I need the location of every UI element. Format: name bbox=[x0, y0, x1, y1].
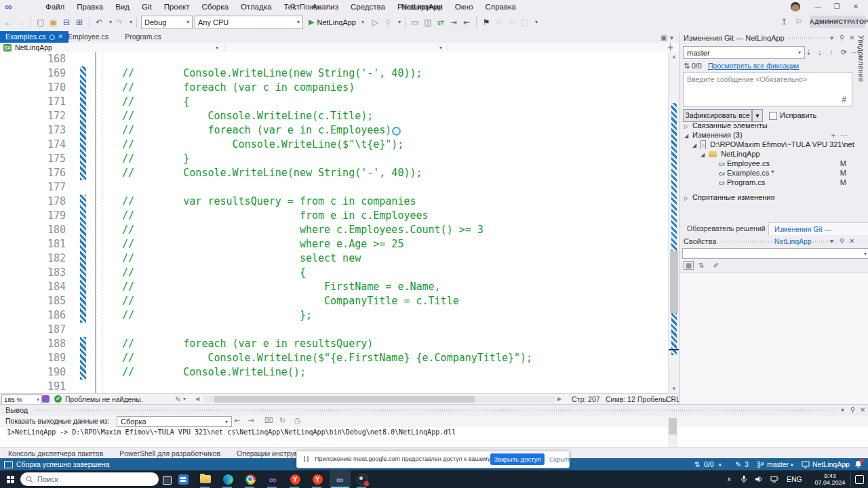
menu-item[interactable]: Отладка bbox=[235, 0, 277, 14]
microphone-icon[interactable] bbox=[741, 475, 747, 485]
pending-edits-icon[interactable]: ✎ bbox=[735, 458, 741, 470]
run-button[interactable]: ▶ NetLinqApp ▾ bbox=[305, 16, 368, 29]
microsoft-store-icon[interactable] bbox=[176, 472, 190, 486]
configuration-combo[interactable]: Debug▾ bbox=[141, 16, 193, 29]
code-line[interactable]: 176// Console.WriteLine(new String('-', … bbox=[0, 166, 667, 180]
scrollbar-thumb[interactable] bbox=[670, 251, 678, 313]
task-view-icon[interactable] bbox=[163, 476, 172, 485]
code-line[interactable]: 179// from e in c.Employees bbox=[0, 209, 667, 223]
platform-combo[interactable]: Any CPU▾ bbox=[195, 16, 303, 29]
scroll-left-icon[interactable]: ◀ bbox=[195, 394, 199, 405]
comment-icon[interactable]: ▭ bbox=[410, 18, 420, 27]
clear-bookmarks-icon[interactable]: ▢ bbox=[519, 18, 530, 27]
expanded-icon[interactable]: ◢ bbox=[690, 141, 698, 149]
collapsed-icon[interactable]: ▷ bbox=[682, 194, 690, 202]
git-panel-dropdown-icon[interactable]: ▾ bbox=[830, 34, 833, 41]
output-pin-icon[interactable]: ⚲ bbox=[850, 406, 855, 413]
code-line[interactable]: 190// Console.WriteLine(); bbox=[0, 365, 667, 380]
menu-item[interactable]: Проект bbox=[158, 0, 196, 14]
problems-status[interactable]: Проблемы не найдены. bbox=[65, 394, 143, 405]
code-line[interactable]: 169// Console.WriteLine(new String('-', … bbox=[0, 66, 667, 81]
changes-more-icon[interactable]: ⋯ bbox=[840, 130, 848, 140]
hscrollbar-thumb[interactable] bbox=[214, 396, 475, 403]
code-line[interactable]: 177 bbox=[0, 180, 667, 195]
code-lines[interactable]: 168169// Console.WriteLine(new String('-… bbox=[0, 52, 667, 393]
issue-number-icon[interactable]: # bbox=[842, 95, 846, 104]
search-box[interactable]: Поиск ▾ bbox=[290, 0, 329, 14]
bookmark-icon[interactable]: ⚑ bbox=[481, 18, 492, 27]
property-pages-icon[interactable]: ✐ bbox=[713, 262, 719, 269]
sync-arrows-icon[interactable]: ⇅ bbox=[694, 458, 701, 470]
next-bookmark-icon[interactable]: ⚐ bbox=[507, 18, 517, 27]
cleanup-dropdown-icon[interactable]: ▾ bbox=[183, 394, 186, 405]
scroll-down-icon[interactable]: ▼ bbox=[669, 386, 679, 392]
scroll-up-icon[interactable]: ▲ bbox=[669, 54, 679, 60]
statusbar-repo[interactable]: NetLinqApp bbox=[812, 458, 850, 470]
code-line[interactable]: 188// foreach (var e in resultsQuery) bbox=[0, 337, 667, 351]
changed-file-row[interactable]: C#Employee.csM bbox=[679, 159, 856, 168]
git-fetch-icon[interactable]: ⇣ bbox=[806, 48, 812, 57]
branch-combo[interactable]: master▾ bbox=[683, 46, 805, 59]
step-out-icon[interactable]: ⇤ bbox=[461, 18, 472, 27]
commit-message-box[interactable]: Введите сообщение <Обязательно> # bbox=[683, 72, 852, 106]
window-layout-icon[interactable]: ◫ bbox=[422, 18, 433, 27]
output-content[interactable]: 1>NetLinqApp -> D:\RPO\Maxim Efimov\~TUL… bbox=[0, 427, 868, 448]
properties-close-icon[interactable]: ✕ bbox=[849, 237, 854, 245]
notifications-bell-icon[interactable] bbox=[854, 460, 862, 470]
output-source-combo[interactable]: Сборка▾ bbox=[117, 416, 232, 427]
code-line[interactable]: 174// Console.WriteLine($"\t{e}"); bbox=[0, 138, 667, 152]
menu-item[interactable]: Вид bbox=[109, 0, 136, 14]
code-line[interactable]: 185// CompanyTitle = c.Title bbox=[0, 294, 667, 308]
share-icon[interactable]: ↥ bbox=[778, 17, 789, 26]
tray-expand-icon[interactable]: ∧ bbox=[727, 470, 732, 488]
action-center-icon[interactable] bbox=[855, 475, 864, 484]
view-all-commits-link[interactable]: Просмотреть все фиксации bbox=[708, 62, 799, 70]
code-cleanup-icon[interactable]: ✎ bbox=[175, 394, 181, 405]
undo-icon[interactable]: ↶ bbox=[94, 18, 104, 27]
properties-pin-icon[interactable]: ⚲ bbox=[840, 237, 844, 245]
expanded-icon[interactable]: ◢ bbox=[682, 131, 690, 140]
navigate-forward-icon[interactable]: → bbox=[16, 18, 26, 27]
categorized-icon[interactable]: ▦ bbox=[684, 261, 694, 270]
panel-tab[interactable]: Изменения Git — NetLinqApp bbox=[768, 222, 868, 235]
save-icon[interactable]: ⊟ bbox=[61, 18, 72, 27]
goto-previous-message-icon[interactable]: ⇤ bbox=[234, 416, 240, 425]
live-share-icon[interactable] bbox=[42, 395, 50, 403]
pin-icon[interactable] bbox=[50, 35, 55, 40]
project-dropdown-icon[interactable]: ▾ bbox=[216, 43, 218, 53]
history-icon[interactable]: ◷ bbox=[294, 416, 301, 425]
menu-item[interactable]: Справка bbox=[479, 0, 522, 14]
navigate-back-icon[interactable]: ← bbox=[3, 18, 14, 27]
open-folder-icon[interactable]: ▣ bbox=[48, 18, 59, 27]
goto-next-message-icon[interactable]: ⇥ bbox=[248, 416, 254, 425]
statusbar-sync-count[interactable]: 0/0 bbox=[704, 458, 714, 470]
yandex-browser-icon[interactable]: Y bbox=[288, 472, 302, 486]
code-line[interactable]: 186// }; bbox=[0, 308, 667, 323]
code-line[interactable]: 178// var resultsQuery = from c in compa… bbox=[0, 195, 667, 209]
changed-file-row[interactable]: C#Examples.cs *M bbox=[679, 168, 856, 178]
code-line[interactable]: 172// Console.WriteLine(c.Title); bbox=[0, 109, 667, 123]
code-line[interactable]: 180// where c.Employees.Count() >= 3 bbox=[0, 223, 667, 237]
output-scrollbar-thumb[interactable] bbox=[669, 418, 677, 434]
statusbar-branch[interactable]: master bbox=[767, 458, 789, 470]
network-icon[interactable] bbox=[770, 476, 779, 484]
spaces-indicator[interactable]: Пробелы bbox=[637, 394, 667, 405]
sync-icon[interactable]: ⇄ bbox=[435, 18, 446, 27]
code-line[interactable]: 191 bbox=[0, 380, 667, 393]
feedback-icon[interactable]: ⚐ bbox=[793, 17, 804, 26]
hide-button[interactable]: Скрыть bbox=[549, 451, 571, 467]
code-line[interactable]: 173// foreach (var e in c.Employees) bbox=[0, 123, 667, 138]
code-line[interactable]: 182// select new bbox=[0, 251, 667, 266]
menu-item[interactable]: Файл bbox=[39, 0, 71, 14]
minimize-button[interactable]: — bbox=[808, 0, 827, 14]
step-into-icon[interactable]: ⇥ bbox=[448, 18, 459, 27]
camera-app-icon[interactable] bbox=[355, 472, 369, 486]
scroll-right-icon[interactable]: ▶ bbox=[557, 394, 561, 405]
zoom-combo[interactable]: 185 %▾ bbox=[1, 394, 42, 405]
pending-edits-count[interactable]: 3 bbox=[745, 458, 749, 470]
undo-dropdown-icon[interactable]: ▾ bbox=[109, 19, 112, 25]
expanded-icon[interactable]: ◢ bbox=[698, 150, 707, 159]
changed-file-row[interactable]: C#Program.csM bbox=[679, 178, 856, 187]
code-line[interactable]: 187 bbox=[0, 323, 667, 337]
redo-dropdown-icon[interactable]: ▾ bbox=[130, 19, 132, 25]
